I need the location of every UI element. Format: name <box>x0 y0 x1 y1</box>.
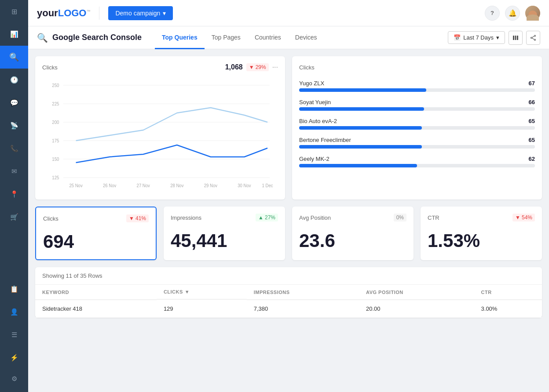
svg-line-6 <box>532 36 534 37</box>
col-avg-position: AVG POSITION <box>359 285 474 300</box>
sidebar-item-search[interactable]: 🔍 <box>0 46 28 69</box>
bar-item-header: Yugo ZLX 67 <box>299 80 535 87</box>
demo-campaign-button[interactable]: Demo campaign ▾ <box>108 6 173 20</box>
bar-item-header: Bertone Freeclimber 65 <box>299 137 535 143</box>
col-keyword: KEYWORD <box>35 285 157 300</box>
page-icon: 🔍 <box>37 33 48 43</box>
cell-ctr: 3.00% <box>474 300 542 318</box>
more-options-button[interactable]: ··· <box>272 63 278 71</box>
bar-item: Soyat Yuejin 66 <box>299 99 535 111</box>
subheader: 🔍 Google Search Console Top Queries Top … <box>28 26 549 49</box>
metric-title: Impressions <box>171 214 201 221</box>
bar-count: 62 <box>529 156 535 162</box>
bar-track <box>299 107 535 111</box>
svg-text:250: 250 <box>52 83 59 88</box>
svg-rect-1 <box>515 36 516 40</box>
svg-line-7 <box>532 38 534 39</box>
svg-text:26 Nov: 26 Nov <box>103 183 116 188</box>
logo: yourLOGO™ <box>37 7 90 19</box>
metric-title: CTR <box>428 214 439 221</box>
sidebar-item-analytics[interactable]: 📊 <box>0 23 28 46</box>
svg-text:28 Nov: 28 Nov <box>170 183 183 188</box>
metric-impressions[interactable]: Impressions ▲ 27% 45,441 <box>164 207 285 260</box>
metrics-row: Clicks ▼ 41% 694 Impressions ▲ 27% <box>35 207 542 260</box>
cell-impressions: 7,380 <box>247 300 359 318</box>
help-button[interactable]: ? <box>485 6 500 21</box>
chart-card-header: Clicks 1,068 ▼ 29% ··· <box>42 63 278 71</box>
bar-item-header: Bio Auto evA-2 65 <box>299 118 535 124</box>
svg-text:27 Nov: 27 Nov <box>137 183 150 188</box>
bar-count: 66 <box>529 99 535 105</box>
svg-rect-2 <box>517 36 518 40</box>
chart-title: Clicks <box>42 64 58 71</box>
sidebar: ⊞ 📊 🔍 🕐 💬 📡 📞 ✉ 📍 🛒 📋 👤 ☰ ⚡ ⚙ <box>0 0 28 392</box>
sidebar-item-users[interactable]: 👤 <box>0 301 28 323</box>
metric-value: 1.53% <box>428 230 535 251</box>
bar-item-header: Soyat Yuejin 66 <box>299 99 535 105</box>
sidebar-item-reports[interactable]: 📋 <box>0 278 28 301</box>
topbar-divider <box>99 7 99 20</box>
table-header-row: KEYWORD CLICKS ▼ IMPRESSIONS AVG POSITIO… <box>35 285 542 300</box>
data-table-card: Showing 11 of 35 Rows KEYWORD CLICKS ▼ I… <box>35 267 542 318</box>
sidebar-item-ecommerce[interactable]: 🛒 <box>0 206 28 229</box>
bar-track <box>299 126 535 130</box>
metric-badge: ▼ 54% <box>512 214 535 221</box>
data-table: KEYWORD CLICKS ▼ IMPRESSIONS AVG POSITIO… <box>35 285 542 318</box>
date-range-button[interactable]: 📅 Last 7 Days ▾ <box>448 31 505 44</box>
date-range-label: Last 7 Days <box>463 34 494 41</box>
bar-items: Yugo ZLX 67 Soyat Yuejin 66 <box>299 80 535 167</box>
sidebar-item-monitoring[interactable]: 📡 <box>0 114 28 137</box>
metric-title: Avg Position <box>299 214 331 221</box>
sidebar-item-chat[interactable]: 💬 <box>0 91 28 114</box>
tab-devices[interactable]: Devices <box>288 26 324 49</box>
sidebar-item-dashboard[interactable]: 🕐 <box>0 69 28 91</box>
clicks-bar-card: Clicks Yugo ZLX 67 Soyat Yu <box>292 56 542 200</box>
clicks-chart-card: Clicks 1,068 ▼ 29% ··· <box>35 56 285 200</box>
chevron-down-icon: ▾ <box>163 10 166 17</box>
chart-badge: ▼ 29% <box>246 63 269 71</box>
bar-card-title: Clicks <box>299 64 315 71</box>
bar-track <box>299 145 535 149</box>
bar-label: Yugo ZLX <box>299 80 324 87</box>
bar-card-header: Clicks <box>299 63 535 71</box>
table-head: KEYWORD CLICKS ▼ IMPRESSIONS AVG POSITIO… <box>35 285 542 300</box>
sidebar-item-settings[interactable]: ⚙ <box>0 369 28 392</box>
sidebar-item-integrations[interactable]: ⚡ <box>0 346 28 369</box>
share-button[interactable] <box>526 31 540 45</box>
avatar[interactable] <box>525 6 540 21</box>
tab-countries[interactable]: Countries <box>248 26 288 49</box>
arrow-up-icon: ▲ <box>258 214 264 221</box>
bar-label: Bertone Freeclimber <box>299 137 351 143</box>
topbar: yourLOGO™ Demo campaign ▾ ? 🔔 <box>28 0 549 26</box>
logo-brand: LOGO <box>58 7 87 18</box>
svg-text:225: 225 <box>52 102 59 106</box>
bar-fill <box>299 164 417 167</box>
cell-clicks: 129 <box>157 300 247 318</box>
columns-button[interactable] <box>509 31 523 45</box>
svg-text:125: 125 <box>52 175 59 180</box>
sort-icon: ▼ <box>185 289 190 294</box>
metric-ctr[interactable]: CTR ▼ 54% 1.53% <box>421 207 542 260</box>
sidebar-item-calls[interactable]: 📞 <box>0 137 28 160</box>
bar-item: Bertone Freeclimber 65 <box>299 137 535 149</box>
bar-item: Geely MK-2 62 <box>299 156 535 167</box>
metric-avg-position[interactable]: Avg Position 0% 23.6 <box>292 207 414 260</box>
metric-header: Clicks ▼ 41% <box>43 214 149 222</box>
notifications-button[interactable]: 🔔 <box>505 6 520 21</box>
sidebar-item-home[interactable]: ⊞ <box>0 0 28 23</box>
content: Clicks 1,068 ▼ 29% ··· <box>28 49 549 392</box>
table-info: Showing 11 of 35 Rows <box>35 267 542 285</box>
cell-keyword: Sidetracker 418 <box>35 300 157 318</box>
subheader-right: 📅 Last 7 Days ▾ <box>448 31 540 45</box>
sidebar-item-list[interactable]: ☰ <box>0 323 28 346</box>
tab-top-pages[interactable]: Top Pages <box>205 26 248 49</box>
arrow-down-icon: ▼ <box>249 64 254 70</box>
tab-top-queries[interactable]: Top Queries <box>155 26 205 49</box>
sidebar-item-location[interactable]: 📍 <box>0 183 28 206</box>
table-body: Sidetracker 418 129 7,380 20.00 3.00% <box>35 300 542 318</box>
metric-clicks[interactable]: Clicks ▼ 41% 694 <box>35 207 157 260</box>
sidebar-item-email[interactable]: ✉ <box>0 160 28 183</box>
svg-rect-0 <box>513 36 514 40</box>
col-clicks[interactable]: CLICKS ▼ <box>157 285 247 300</box>
svg-point-5 <box>534 39 536 40</box>
